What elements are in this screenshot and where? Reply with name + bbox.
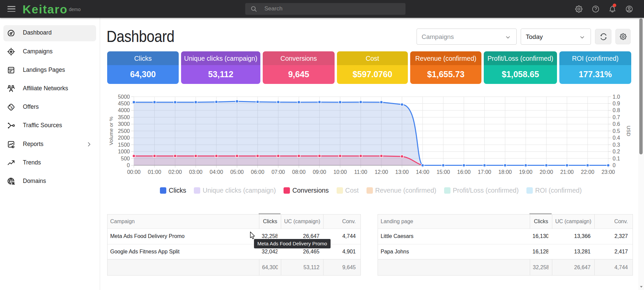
svg-text:08:00: 08:00 bbox=[292, 169, 306, 175]
svg-text:21:00: 21:00 bbox=[560, 169, 574, 175]
svg-text:0: 0 bbox=[613, 162, 616, 168]
svg-text:0.9: 0.9 bbox=[613, 101, 620, 106]
svg-text:16:00: 16:00 bbox=[457, 169, 471, 175]
svg-text:0.1: 0.1 bbox=[613, 156, 620, 161]
svg-text:0.8: 0.8 bbox=[613, 107, 620, 113]
svg-text:11:00: 11:00 bbox=[354, 169, 367, 175]
svg-text:19:00: 19:00 bbox=[519, 169, 532, 175]
svg-text:5000: 5000 bbox=[118, 94, 130, 100]
svg-text:0.6: 0.6 bbox=[613, 121, 620, 127]
svg-text:1000: 1000 bbox=[118, 149, 130, 154]
svg-text:0.7: 0.7 bbox=[613, 114, 620, 120]
svg-text:02:00: 02:00 bbox=[168, 169, 182, 175]
svg-text:USD: USD bbox=[626, 126, 632, 136]
svg-text:18:00: 18:00 bbox=[498, 169, 512, 175]
svg-text:20:00: 20:00 bbox=[540, 169, 553, 175]
svg-text:15:00: 15:00 bbox=[436, 169, 450, 175]
svg-text:1500: 1500 bbox=[118, 142, 130, 148]
svg-text:S: S bbox=[10, 105, 12, 109]
svg-text:Volume or %: Volume or % bbox=[108, 116, 114, 145]
svg-text:09:00: 09:00 bbox=[313, 169, 326, 175]
svg-text:0: 0 bbox=[127, 162, 130, 168]
svg-text:4500: 4500 bbox=[118, 101, 130, 106]
svg-text:05:00: 05:00 bbox=[230, 169, 244, 175]
svg-text:07:00: 07:00 bbox=[271, 169, 285, 175]
svg-text:4000: 4000 bbox=[118, 107, 130, 113]
svg-text:10:00: 10:00 bbox=[333, 169, 347, 175]
svg-text:2500: 2500 bbox=[118, 128, 130, 134]
svg-text:12:00: 12:00 bbox=[375, 169, 388, 175]
svg-text:1.0: 1.0 bbox=[613, 94, 620, 100]
svg-text:500: 500 bbox=[121, 156, 130, 161]
svg-text:17:00: 17:00 bbox=[478, 169, 491, 175]
svg-text:01:00: 01:00 bbox=[148, 169, 161, 175]
svg-text:2000: 2000 bbox=[118, 135, 130, 141]
svg-text:3500: 3500 bbox=[118, 114, 130, 120]
svg-text:00:00: 00:00 bbox=[127, 169, 140, 175]
svg-text:03:00: 03:00 bbox=[189, 169, 203, 175]
svg-text:06:00: 06:00 bbox=[251, 169, 264, 175]
svg-text:23:00: 23:00 bbox=[601, 169, 615, 175]
svg-text:0.2: 0.2 bbox=[613, 149, 620, 154]
svg-text:22:00: 22:00 bbox=[581, 169, 594, 175]
svg-text:0.4: 0.4 bbox=[613, 135, 620, 141]
svg-text:04:00: 04:00 bbox=[210, 169, 223, 175]
svg-text:3000: 3000 bbox=[118, 121, 130, 127]
svg-text:0.3: 0.3 bbox=[613, 142, 620, 148]
svg-text:14:00: 14:00 bbox=[416, 169, 429, 175]
svg-text:0.5: 0.5 bbox=[613, 128, 620, 134]
svg-text:13:00: 13:00 bbox=[395, 169, 409, 175]
